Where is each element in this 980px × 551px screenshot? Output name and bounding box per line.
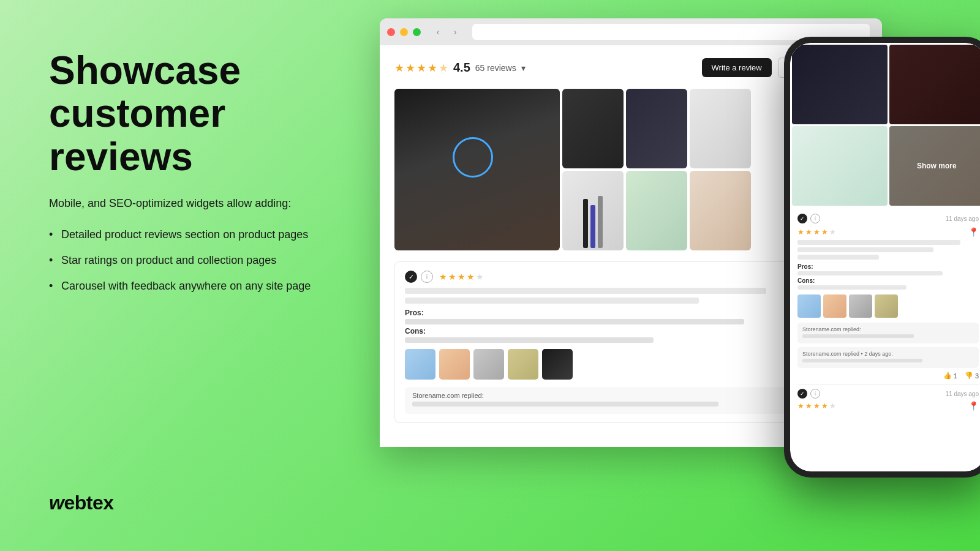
thumbs-up-icon: 👍 [943, 372, 952, 380]
phone-photo-3[interactable] [792, 126, 888, 206]
phone-store-reply-2: Storename.com replied • 2 days ago: [797, 347, 979, 368]
phone-thumb-1[interactable] [797, 294, 821, 318]
phone-timestamp-1: 11 days ago [946, 216, 979, 222]
vote-down[interactable]: 👎 3 [965, 372, 979, 380]
headline-line2: customer reviews [49, 91, 225, 178]
ph2-star-4: ★ [821, 402, 828, 410]
review-count: 65 reviews [475, 63, 516, 73]
product-image-5 [626, 171, 687, 250]
back-button[interactable]: ‹ [431, 24, 445, 39]
product-image-6 [690, 171, 751, 250]
phone-photo-1[interactable] [792, 45, 888, 124]
phone-pros-cons: Pros: Cons: [797, 263, 979, 290]
verified-icon: ✓ [405, 271, 417, 283]
nav-buttons: ‹ › [431, 24, 462, 39]
product-image-2 [626, 89, 687, 168]
bullet-item-2: Star ratings on product and collection p… [49, 252, 331, 269]
phone-rating-row: ★ ★ ★ ★ ★ 📍 [797, 227, 979, 237]
headline-line1: Showcase [49, 48, 241, 92]
bullet-item-1: Detailed product reviews section on prod… [49, 227, 331, 244]
phone-info-icon: i [810, 214, 820, 223]
photo-sm-6[interactable] [690, 171, 751, 250]
phone-pros-line [797, 271, 943, 276]
phone-review-header-1: ✓ i 11 days ago [797, 214, 979, 223]
star-2: ★ [405, 61, 415, 75]
phone-verified-icon-2: ✓ [797, 389, 807, 399]
ph2-star-2: ★ [805, 402, 812, 410]
phone-thumb-2[interactable] [823, 294, 846, 318]
phone-info-icon-2: i [810, 389, 820, 399]
star-5: ★ [439, 61, 448, 75]
review-thumb-1[interactable] [405, 349, 435, 380]
photo-sm-1[interactable] [562, 89, 624, 168]
forward-button[interactable]: › [448, 24, 462, 39]
phone-thumb-4[interactable] [875, 294, 898, 318]
phone-text-lines-1 [797, 240, 979, 260]
show-more-overlay[interactable]: Show more [889, 126, 981, 206]
phone-cons-line [797, 285, 907, 290]
phone-screen: Show more ✓ i 11 days ago ★ ★ [790, 43, 980, 471]
vote-up-count: 1 [954, 372, 957, 380]
phone-verified-icon: ✓ [797, 214, 807, 223]
review-thumb-2[interactable] [439, 349, 470, 380]
phone-location-icon-2: 📍 [968, 401, 979, 411]
left-content: Showcase customer reviews Mobile, and SE… [49, 49, 331, 304]
traffic-light-red[interactable] [387, 28, 395, 36]
phone-store-reply-1: Storename.com replied: [797, 323, 979, 343]
phone-reply-line-1 [802, 334, 914, 338]
phone-reply-label-2: Storename.com replied • 2 days ago: [802, 351, 974, 357]
vote-up[interactable]: 👍 1 [943, 372, 957, 380]
review-thumb-4[interactable] [508, 349, 538, 380]
text-line-2 [405, 298, 699, 304]
ph2-star-1: ★ [797, 402, 804, 410]
write-review-button[interactable]: Write a review [702, 58, 772, 77]
cons-line [405, 337, 654, 343]
reviewer-icons: ✓ i [405, 271, 433, 283]
review-stars: ★ ★ ★ ★ ★ [439, 272, 484, 282]
traffic-light-green[interactable] [413, 28, 421, 36]
phone-review: ✓ i 11 days ago ★ ★ ★ ★ ★ 📍 [790, 208, 980, 471]
logo: webtex [49, 492, 331, 514]
rating-stars: ★ ★ ★ ★ ★ [394, 61, 448, 75]
product-image-toothbrushes [562, 171, 624, 250]
left-panel: Showcase customer reviews Mobile, and SE… [0, 0, 380, 551]
review-thumb-5[interactable] [542, 349, 573, 380]
phone-reply-line-2 [802, 359, 922, 362]
rev-star-4: ★ [467, 272, 475, 282]
dropdown-icon[interactable]: ▾ [521, 63, 526, 73]
photo-sm-3[interactable] [690, 89, 751, 168]
reply-line-1 [412, 402, 718, 407]
phone-vote-row: 👍 1 👎 3 [797, 372, 979, 380]
ph-star-4: ★ [821, 228, 828, 236]
headline: Showcase customer reviews [49, 49, 331, 178]
rev-star-2: ★ [448, 272, 456, 282]
phone-reply-label-1: Storename.com replied: [802, 326, 974, 332]
vote-down-count: 3 [975, 372, 979, 380]
star-4: ★ [428, 61, 437, 75]
review-thumb-3[interactable] [473, 349, 504, 380]
phone-photo-4[interactable]: Show more [889, 126, 981, 206]
phone-pros-label: Pros: [797, 263, 979, 270]
right-panel: ‹ › ★ ★ ★ ★ ★ 4.5 65 reviews [380, 0, 980, 551]
phone-thumbs [797, 294, 979, 318]
phone-photo-2[interactable] [889, 45, 981, 124]
phone-stars: ★ ★ ★ ★ ★ [797, 228, 836, 236]
phone-review-header-2: ✓ i 11 days ago [797, 389, 979, 399]
photo-sm-5[interactable] [626, 171, 687, 250]
pros-line [405, 319, 744, 324]
phone-cons-label: Cons: [797, 277, 979, 284]
phone-stars-2: ★ ★ ★ ★ ★ [797, 402, 836, 410]
traffic-light-yellow[interactable] [400, 28, 408, 36]
ph-star-1: ★ [797, 228, 804, 236]
product-image-3 [690, 89, 751, 168]
phone-check-info: ✓ i [797, 214, 820, 223]
star-1: ★ [394, 61, 404, 75]
main-photo[interactable] [394, 89, 560, 250]
photo-sm-4[interactable] [562, 171, 624, 250]
phone-text-1 [797, 240, 960, 245]
photo-sm-2[interactable] [626, 89, 687, 168]
bullet-item-3: Carousel with feedback anywhere on any s… [49, 278, 331, 295]
text-line-1 [405, 288, 766, 294]
star-3: ★ [417, 61, 426, 75]
phone-thumb-3[interactable] [849, 294, 872, 318]
